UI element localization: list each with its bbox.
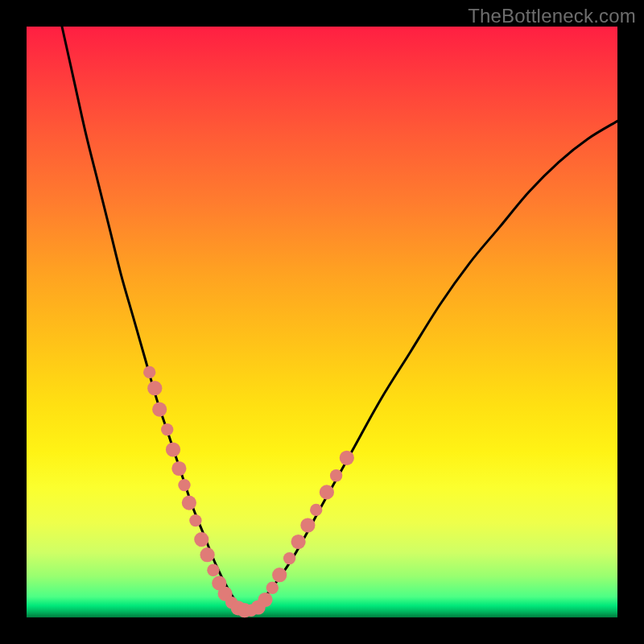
curve-marker [171,461,186,476]
curve-marker [283,552,295,564]
watermark-text: TheBottleneck.com [468,5,636,27]
curve-marker [340,451,354,465]
curve-marker [189,514,201,526]
curve-marker [161,423,173,436]
curve-marker [320,485,334,499]
curve-marker [143,366,155,378]
curve-marker [200,547,215,562]
bottleneck-curve [62,27,617,612]
curve-marker [207,564,219,576]
curve-marker [166,442,180,456]
curve-marker [258,592,272,607]
marker-group [143,366,354,618]
curve-marker [272,568,287,582]
curve-marker [266,582,279,594]
curve-marker [152,402,167,417]
curve-marker [178,479,190,491]
curve-marker [147,381,162,395]
curve-marker [300,518,315,532]
curve-marker [330,469,342,481]
chart-frame: TheBottleneck.com [0,0,644,644]
curve-marker [310,504,322,516]
curve-marker [291,535,306,549]
chart-overlay-svg [27,27,617,617]
curve-marker [182,496,196,510]
curve-marker [194,532,208,547]
